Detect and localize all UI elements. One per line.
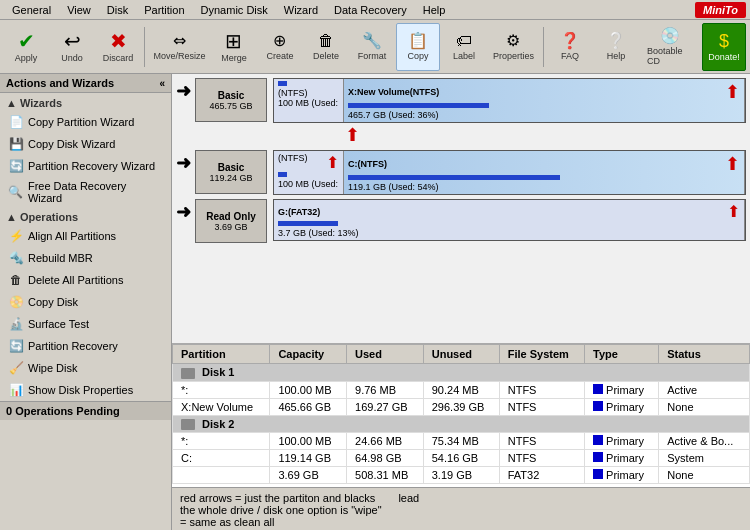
- menu-general[interactable]: General: [4, 2, 59, 18]
- row2-type-indicator: [593, 401, 603, 411]
- row1-used: 9.76 MB: [347, 381, 424, 398]
- bootable-cd-button[interactable]: 💿 Bootable CD: [640, 23, 700, 71]
- menu-view[interactable]: View: [59, 2, 99, 18]
- menu-data-recovery[interactable]: Data Recovery: [326, 2, 415, 18]
- disk1-part2-bar: [348, 103, 489, 108]
- free-data-recovery-icon: 🔍: [8, 184, 24, 200]
- discard-button[interactable]: ✖ Discard: [96, 23, 140, 71]
- disk3-part1[interactable]: G:(FAT32) ⬆ 3.7 GB (Used: 13%): [274, 200, 745, 240]
- row3-capacity: 100.00 MB: [270, 433, 347, 450]
- menu-help[interactable]: Help: [415, 2, 454, 18]
- menu-dynamic-disk[interactable]: Dynamic Disk: [193, 2, 276, 18]
- row4-used: 64.98 GB: [347, 450, 424, 467]
- create-button[interactable]: ⊕ Create: [258, 23, 302, 71]
- row3-type-indicator: [593, 435, 603, 445]
- disk1-part2-name: X:New Volume(NTFS): [348, 87, 439, 97]
- apply-button[interactable]: ✔ Apply: [4, 23, 48, 71]
- disk1-part1[interactable]: (NTFS) 100 MB (Used:: [274, 79, 344, 122]
- disk2-arrow-col: ➜: [176, 150, 191, 172]
- disk-table: Partition Capacity Used Unused File Syst…: [172, 344, 750, 484]
- help-label: Help: [607, 51, 626, 61]
- delete-button[interactable]: 🗑 Delete: [304, 23, 348, 71]
- disk3-type: Read Only: [206, 211, 255, 222]
- disk3-up-arrow: ⬆: [727, 202, 740, 221]
- sidebar-item-show-disk-props[interactable]: 📊 Show Disk Properties: [0, 379, 171, 401]
- disk3-part1-size: 3.7 GB (Used: 13%): [278, 228, 740, 238]
- sidebar-item-surface-test[interactable]: 🔬 Surface Test: [0, 313, 171, 335]
- row3-fs: NTFS: [499, 433, 584, 450]
- faq-button[interactable]: ❓ FAQ: [548, 23, 592, 71]
- label-label: Label: [453, 51, 475, 61]
- copy-button[interactable]: 📋 Copy: [396, 23, 440, 71]
- annotation-red-text: red arrows = just the partiton and black…: [180, 492, 375, 504]
- table-row-5[interactable]: 3.69 GB 508.31 MB 3.19 GB FAT32 Primary …: [173, 467, 750, 484]
- disk1-up-arrow: ⬆: [725, 81, 740, 103]
- format-icon: 🔧: [362, 33, 382, 49]
- format-button[interactable]: 🔧 Format: [350, 23, 394, 71]
- row4-type: Primary: [585, 450, 659, 467]
- table-row-3[interactable]: *: 100.00 MB 24.66 MB 75.34 MB NTFS Prim…: [173, 433, 750, 450]
- menu-wizard[interactable]: Wizard: [276, 2, 326, 18]
- sep2: [543, 27, 544, 67]
- disk2-part2[interactable]: C:(NTFS) ⬆ 119.1 GB (Used: 54%): [344, 151, 745, 194]
- partition-recovery-icon: 🔄: [8, 158, 24, 174]
- disk2-part2-name: C:(NTFS): [348, 159, 387, 169]
- actions-wizards-collapse[interactable]: «: [159, 78, 165, 89]
- properties-label: Properties: [493, 51, 534, 61]
- table-row-4[interactable]: C: 119.14 GB 64.98 GB 54.16 GB NTFS Prim…: [173, 450, 750, 467]
- align-all-label: Align All Partitions: [28, 230, 116, 242]
- annotation-area: red arrows = just the partiton and black…: [172, 487, 750, 530]
- undo-button[interactable]: ↩ Undo: [50, 23, 94, 71]
- row3-unused: 75.34 MB: [423, 433, 499, 450]
- delete-all-label: Delete All Partitions: [28, 274, 123, 286]
- sidebar-item-delete-all[interactable]: 🗑 Delete All Partitions: [0, 269, 171, 291]
- disk1-part2[interactable]: X:New Volume(NTFS) ⬆ 465.7 GB (Used: 36%…: [344, 79, 745, 122]
- sidebar-item-partition-recovery[interactable]: 🔄 Partition Recovery Wizard: [0, 155, 171, 177]
- disk2-part1[interactable]: (NTFS) ⬆ 100 MB (Used:: [274, 151, 344, 194]
- surface-test-icon: 🔬: [8, 316, 24, 332]
- sidebar-item-copy-disk[interactable]: 💾 Copy Disk Wizard: [0, 133, 171, 155]
- wizards-label: Wizards: [20, 97, 62, 109]
- sidebar-item-free-data-recovery[interactable]: 🔍 Free Data Recovery Wizard: [0, 177, 171, 207]
- col-capacity: Capacity: [270, 345, 347, 364]
- table-row-2[interactable]: X:New Volume 465.66 GB 169.27 GB 296.39 …: [173, 398, 750, 415]
- disk1-part1-size: 100 MB (Used:: [278, 98, 339, 108]
- app-logo: MiniTo: [695, 2, 746, 18]
- label-button[interactable]: 🏷 Label: [442, 23, 486, 71]
- disk1-part1-fs: (NTFS): [278, 88, 339, 98]
- row4-partition: C:: [173, 450, 270, 467]
- sidebar-item-partition-rec-op[interactable]: 🔄 Partition Recovery: [0, 335, 171, 357]
- col-partition: Partition: [173, 345, 270, 364]
- properties-button[interactable]: ⚙ Properties: [488, 23, 539, 71]
- sidebar-item-rebuild-mbr[interactable]: 🔩 Rebuild MBR: [0, 247, 171, 269]
- disk2-black-arrow: ➜: [176, 154, 191, 172]
- help-button[interactable]: ❔ Help: [594, 23, 638, 71]
- table-row-1[interactable]: *: 100.00 MB 9.76 MB 90.24 MB NTFS Prima…: [173, 381, 750, 398]
- annotation-line1: red arrows = just the partiton and black…: [180, 492, 742, 504]
- disk2-table-name: Disk 2: [202, 418, 234, 430]
- sidebar-item-align-all[interactable]: ⚡ Align All Partitions: [0, 225, 171, 247]
- copy-label: Copy: [407, 51, 428, 61]
- disk3-partitions: G:(FAT32) ⬆ 3.7 GB (Used: 13%): [273, 199, 746, 241]
- donate-button[interactable]: $ Donate!: [702, 23, 746, 71]
- disk2-row: ➜ Basic 119.24 GB (NTFS) ⬆ 10: [176, 150, 746, 195]
- menu-partition[interactable]: Partition: [136, 2, 192, 18]
- col-unused: Unused: [423, 345, 499, 364]
- disk2-red-arrow1: ⬆: [326, 153, 339, 172]
- apply-icon: ✔: [18, 31, 35, 51]
- merge-button[interactable]: ⊞ Merge: [212, 23, 256, 71]
- collapse-ops-icon[interactable]: ▲: [6, 211, 17, 223]
- menu-disk[interactable]: Disk: [99, 2, 136, 18]
- move-resize-button[interactable]: ⇔ Move/Resize: [149, 23, 210, 71]
- sidebar-item-copy-partition[interactable]: 📄 Copy Partition Wizard: [0, 111, 171, 133]
- disk2-part1-size: 100 MB (Used:: [278, 179, 339, 189]
- row1-capacity: 100.00 MB: [270, 381, 347, 398]
- sidebar-item-copy-disk-op[interactable]: 📀 Copy Disk: [0, 291, 171, 313]
- sep1: [144, 27, 145, 67]
- disk1-table-icon: [181, 368, 195, 379]
- sidebar-item-wipe-disk[interactable]: 🧹 Wipe Disk: [0, 357, 171, 379]
- partition-table: Partition Capacity Used Unused File Syst…: [172, 344, 750, 487]
- disk2-part2-size: 119.1 GB (Used: 54%): [348, 182, 740, 192]
- collapse-wizards-icon[interactable]: ▲: [6, 97, 17, 109]
- col-status: Status: [659, 345, 750, 364]
